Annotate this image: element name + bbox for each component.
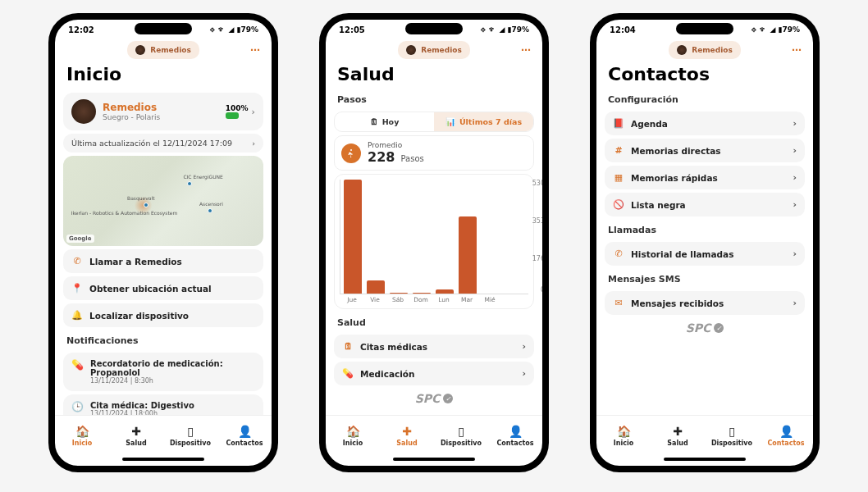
pill-icon: 💊: [71, 359, 84, 385]
last-update-text: Última actualización el 12/11/2024 17:09: [71, 139, 232, 148]
chart-bar: [459, 216, 477, 294]
contacts-icon: 👤: [238, 425, 252, 438]
profile-chip[interactable]: Remedios: [669, 41, 741, 59]
nav-dispositivo[interactable]: ▯ Dispositivo: [163, 416, 217, 456]
chart-xlabel: Dom: [412, 296, 430, 303]
chart-bar: [367, 280, 385, 294]
chevron-right-icon: ›: [793, 199, 797, 210]
chevron-right-icon: ›: [522, 341, 526, 352]
grid-icon: ▦: [613, 172, 624, 183]
page-title: Salud: [326, 64, 542, 89]
steps-header: Pasos: [334, 89, 534, 108]
chart-xlabel: Lun: [435, 296, 453, 303]
chevron-right-icon: ›: [793, 248, 797, 259]
action-locate-device[interactable]: 🔔 Localizar dispositivo: [63, 303, 263, 327]
user-card[interactable]: Remedios Suegro - Polaris 100% ›: [63, 93, 263, 130]
status-time: 12:02: [68, 25, 94, 34]
chevron-right-icon: ›: [793, 172, 797, 183]
chart-bar: [390, 293, 408, 294]
health-icon: ✚: [131, 425, 141, 438]
phone-salud: 12:05 ⟐ ᯤ ◢ ▮79% Remedios ⋯ Salud Pasos …: [319, 13, 549, 472]
nav-contactos[interactable]: 👤 Contactos: [488, 416, 542, 456]
item-medicacion[interactable]: 💊 Medicación ›: [334, 362, 534, 385]
nav-salud[interactable]: ✚ Salud: [651, 416, 705, 456]
more-icon[interactable]: ⋯: [521, 44, 531, 56]
item-mensajes-recibidos[interactable]: ✉ Mensajes recibidos ›: [605, 291, 805, 315]
avatar-icon: [71, 99, 96, 124]
check-icon: ✓: [714, 323, 724, 333]
notif-medication[interactable]: 💊 Recordatorio de medicación: Propanolol…: [63, 353, 263, 391]
chart-bar: [413, 293, 431, 294]
map-provider: Google: [66, 235, 94, 243]
walk-icon: [341, 144, 361, 163]
phone-icon: ✆: [613, 248, 624, 259]
map[interactable]: CIC EnergiGUNE Basquevolt Ikerlan - Robo…: [63, 156, 263, 246]
contacts-icon: 👤: [509, 425, 523, 438]
device-icon: ▯: [458, 425, 464, 438]
phone-contactos: 12:04 ⟐ ᯤ ◢ ▮79% Remedios ⋯ Contactos Co…: [590, 13, 820, 472]
tab-today[interactable]: 🗓 Hoy: [335, 112, 434, 131]
profile-chip[interactable]: Remedios: [398, 41, 470, 59]
health-icon: ✚: [673, 425, 683, 438]
nav-contactos[interactable]: 👤 Contactos: [759, 416, 813, 456]
chart-xlabel: Mar: [458, 296, 476, 303]
tab-7days[interactable]: 📊 Últimos 7 días: [434, 112, 533, 131]
hash-icon: #: [613, 145, 624, 156]
nav-inicio[interactable]: 🏠 Inicio: [55, 416, 109, 456]
phone-inicio: 12:02 ⟐ ᯤ ◢ ▮79% Remedios ⋯ Inicio Remed…: [48, 13, 278, 472]
steps-avg-card: Promedio 228 Pasos: [334, 135, 534, 171]
chevron-right-icon: ›: [793, 118, 797, 129]
item-memorias-rapidas[interactable]: ▦ Memorias rápidas ›: [605, 166, 805, 189]
action-location[interactable]: 📍 Obtener ubicación actual: [63, 276, 263, 300]
nav-contactos[interactable]: 👤 Contactos: [217, 416, 272, 456]
calendar-icon: 🗓: [370, 117, 378, 126]
svg-point-0: [350, 149, 352, 151]
status-bar: 12:04 ⟐ ᯤ ◢ ▮79%: [596, 20, 813, 39]
avg-value: 228: [368, 149, 395, 165]
chevron-right-icon: ›: [252, 107, 255, 117]
nav-dispositivo[interactable]: ▯ Dispositivo: [434, 416, 488, 456]
battery-icon: [226, 112, 239, 119]
chip-label: Remedios: [692, 46, 733, 54]
section-sms: Mensajes SMS: [605, 269, 805, 288]
chevron-right-icon: ›: [793, 145, 797, 156]
profile-chip[interactable]: Remedios: [127, 41, 199, 59]
sms-icon: ✉: [613, 298, 624, 308]
chart-xlabel: Vie: [366, 296, 384, 303]
phone-icon: ✆: [71, 256, 83, 266]
nav-salud[interactable]: ✚ Salud: [109, 416, 163, 456]
chart-xlabel: Sáb: [389, 296, 407, 303]
clock-icon: 🕒: [71, 401, 84, 415]
item-historial-llamadas[interactable]: ✆ Historial de llamadas ›: [605, 242, 805, 266]
action-call[interactable]: ✆ Llamar a Remedios: [63, 249, 263, 273]
bottom-nav: 🏠 Inicio ✚ Salud ▯ Dispositivo 👤 Contact…: [596, 415, 813, 456]
avatar-icon: [677, 45, 687, 55]
status-right: ⟐ ᯤ ◢ ▮79%: [750, 25, 800, 34]
brand-logo: SPC ✓: [605, 321, 805, 335]
page-title: Inicio: [55, 64, 272, 89]
nav-inicio[interactable]: 🏠 Inicio: [326, 416, 380, 456]
status-right: ⟐ ᯤ ◢ ▮79%: [208, 25, 258, 34]
item-memorias-directas[interactable]: # Memorias directas ›: [605, 139, 805, 162]
item-agenda[interactable]: 📕 Agenda ›: [605, 112, 805, 135]
chevron-right-icon: ›: [252, 139, 255, 148]
nav-inicio[interactable]: 🏠 Inicio: [596, 416, 651, 456]
nav-salud[interactable]: ✚ Salud: [380, 416, 434, 456]
contacts-icon: 👤: [779, 425, 793, 438]
item-lista-negra[interactable]: 🚫 Lista negra ›: [605, 193, 805, 216]
book-icon: 📕: [613, 118, 624, 129]
notif-appointment[interactable]: 🕒 Cita médica: Digestivo 13/11/2024 | 18…: [63, 394, 263, 415]
more-icon[interactable]: ⋯: [792, 44, 802, 56]
last-update[interactable]: Última actualización el 12/11/2024 17:09…: [63, 134, 263, 153]
device-icon: ▯: [729, 425, 735, 438]
chart-bar: [344, 180, 362, 294]
item-citas[interactable]: 🗓 Citas médicas ›: [334, 335, 534, 358]
brand-logo: SPC ✓: [334, 392, 534, 405]
avatar-icon: [406, 45, 416, 55]
nav-dispositivo[interactable]: ▯ Dispositivo: [705, 416, 759, 456]
status-time: 12:05: [339, 25, 365, 34]
home-icon: 🏠: [617, 425, 631, 438]
block-icon: 🚫: [613, 199, 624, 210]
more-icon[interactable]: ⋯: [250, 44, 260, 56]
user-relation: Suegro - Polaris: [103, 113, 226, 121]
